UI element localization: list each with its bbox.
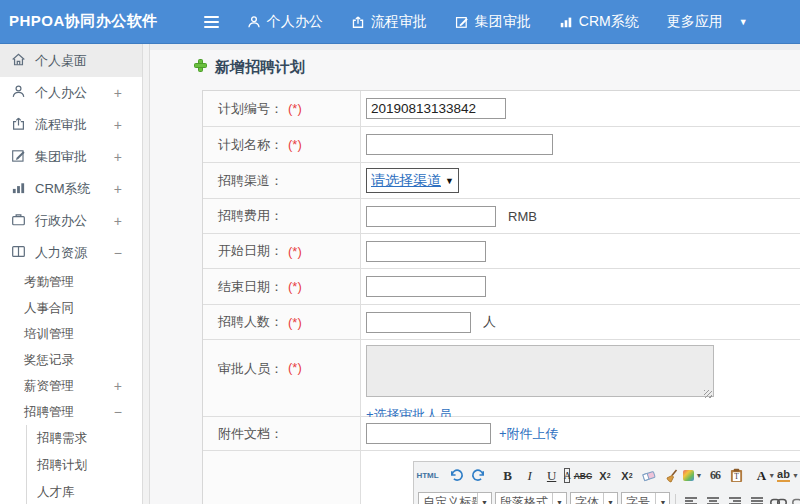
svg-text:T: T (735, 472, 740, 481)
bar-chart-icon (559, 15, 573, 29)
undo-button[interactable] (447, 466, 466, 485)
plus-green-icon (194, 58, 207, 76)
highlight-color-dropdown[interactable]: ab▼ (778, 466, 797, 485)
source-code-button[interactable]: HTML (418, 466, 437, 485)
font-family-dropdown[interactable]: 字体▼ (570, 492, 618, 504)
person-icon (247, 15, 261, 29)
sidebar-item-human-resources[interactable]: 人力资源 − (0, 237, 142, 269)
chevron-down-icon: ▼ (696, 472, 703, 479)
strikethrough-button[interactable]: ABC (573, 466, 592, 485)
recruit-submenu: 招聘需求 招聘计划 人才库 (26, 425, 142, 504)
nav-item-crm-system[interactable]: CRM系统 (559, 13, 639, 31)
collapse-minus-icon[interactable]: − (114, 404, 122, 420)
sidebar-item-crm-system[interactable]: CRM系统 + (0, 173, 142, 205)
channel-select[interactable]: 请选择渠道 ▼ (366, 168, 459, 193)
workflow-icon (11, 116, 26, 134)
font-color-dropdown[interactable]: A▼ (756, 466, 775, 485)
sidebar-item-recruit-mgmt[interactable]: 招聘管理 − (0, 399, 142, 425)
sidebar-item-talent-pool[interactable]: 人才库 (27, 479, 142, 504)
sidebar-item-salary-mgmt[interactable]: 薪资管理 + (0, 373, 142, 399)
expand-plus-icon[interactable]: + (114, 85, 122, 101)
chevron-down-icon: ▼ (739, 17, 748, 27)
sidebar-item-rewards-records[interactable]: 奖惩记录 (0, 347, 142, 373)
approver-textarea-wrap (366, 345, 714, 401)
sidebar-item-hr-contracts[interactable]: 人事合同 (0, 295, 142, 321)
color-brush-dropdown[interactable]: ▼ (683, 466, 702, 485)
start-date-input[interactable] (366, 241, 486, 262)
content-top-band (150, 44, 800, 50)
sidebar-item-recruit-demand[interactable]: 招聘需求 (27, 425, 142, 452)
nav-item-workflow-approval[interactable]: 流程审批 (351, 13, 427, 31)
expand-plus-icon[interactable]: + (114, 181, 122, 197)
chevron-down-icon: ▼ (768, 472, 775, 479)
person-icon (11, 84, 26, 102)
page-title-row: 新增招聘计划 (194, 56, 800, 78)
align-center-button[interactable] (703, 493, 722, 504)
headcount-input[interactable] (366, 312, 471, 333)
field-label: 计划编号： (218, 100, 283, 118)
people-unit: 人 (483, 313, 496, 331)
form-row-fee: 招聘费用： RMB (203, 199, 800, 234)
align-justify-button[interactable] (747, 493, 766, 504)
expand-plus-icon[interactable]: + (114, 213, 122, 229)
sidebar-item-admin-office[interactable]: 行政办公 + (0, 205, 142, 237)
briefcase-icon (11, 212, 26, 230)
attachment-input[interactable] (366, 423, 491, 444)
field-label: 计划名称： (218, 136, 283, 154)
expand-plus-icon[interactable]: + (114, 378, 122, 394)
font-size-dropdown[interactable]: 字号▼ (621, 492, 670, 504)
unlink-button-cutoff[interactable] (791, 493, 800, 504)
expand-plus-icon[interactable]: + (114, 117, 122, 133)
book-icon (11, 244, 26, 262)
nav-item-more-apps[interactable]: 更多应用 ▼ (667, 13, 748, 31)
form-row-plan-number: 计划编号：(*) (203, 91, 800, 127)
underline-button[interactable]: U (542, 466, 561, 485)
remove-format-eraser-button[interactable] (639, 466, 658, 485)
paragraph-format-dropdown[interactable]: 段落格式▼ (495, 492, 567, 504)
align-right-button[interactable] (725, 493, 744, 504)
field-label: 开始日期： (218, 242, 283, 260)
sidebar-item-recruit-plan[interactable]: 招聘计划 (27, 452, 142, 479)
sidebar-item-personal-desktop[interactable]: 个人桌面 (0, 44, 142, 77)
chevron-down-icon: ▼ (603, 493, 617, 504)
end-date-input[interactable] (366, 276, 486, 297)
format-brush-broom-button[interactable] (661, 466, 680, 485)
align-left-button[interactable] (681, 493, 700, 504)
approver-textarea[interactable] (366, 345, 714, 397)
sidebar-item-workflow-approval[interactable]: 流程审批 + (0, 109, 142, 141)
plan-number-input[interactable] (366, 98, 506, 119)
font-style-button[interactable]: A (564, 468, 570, 483)
subscript-button[interactable]: X2 (617, 466, 636, 485)
field-label: 附件文档： (218, 425, 283, 443)
main-content: 新增招聘计划 计划编号：(*) 计划名称：(*) 招聘渠道： 请选择渠道 ▼ (150, 44, 800, 504)
nav-item-group-approval[interactable]: 集团审批 (455, 13, 531, 31)
expand-plus-icon[interactable]: + (114, 149, 122, 165)
insert-link-button[interactable] (769, 493, 788, 504)
editor-toolbar-row2: 自定义标题▼ 段落格式▼ 字体▼ 字号▼ (414, 489, 800, 504)
sidebar-item-group-approval[interactable]: 集团审批 + (0, 141, 142, 173)
page-title: 新增招聘计划 (215, 58, 305, 77)
nav-item-personal-office[interactable]: 个人办公 (247, 13, 323, 31)
recruit-plan-form: 计划编号：(*) 计划名称：(*) 招聘渠道： 请选择渠道 ▼ 招聘费用： RM… (202, 90, 800, 504)
redo-button[interactable] (469, 466, 488, 485)
top-bar: PHPOA协同办公软件 个人办公 流程审批 集团审批 CRM系统 更多应用 (0, 0, 800, 44)
plan-name-input[interactable] (366, 134, 553, 155)
bold-button[interactable]: B (498, 466, 517, 485)
collapse-minus-icon[interactable]: − (114, 245, 122, 261)
attachment-upload-link[interactable]: +附件上传 (499, 425, 559, 443)
sidebar-item-attendance-mgmt[interactable]: 考勤管理 (0, 269, 142, 295)
sidebar-scroll-divider (143, 44, 150, 504)
sidebar-item-training-mgmt[interactable]: 培训管理 (0, 321, 142, 347)
hamburger-menu-icon[interactable] (204, 16, 219, 28)
paste-as-text-button[interactable]: T (727, 466, 746, 485)
chevron-down-icon: ▼ (655, 493, 669, 504)
superscript-button[interactable]: X2 (595, 466, 614, 485)
fee-input[interactable] (366, 206, 496, 227)
blockquote-button[interactable]: 66 (705, 466, 724, 485)
workflow-icon (351, 15, 365, 29)
custom-heading-dropdown[interactable]: 自定义标题▼ (418, 492, 492, 504)
sidebar-item-personal-office[interactable]: 个人办公 + (0, 77, 142, 109)
required-marker: (*) (288, 279, 302, 294)
field-label: 审批人员： (218, 360, 283, 378)
italic-button[interactable]: I (520, 466, 539, 485)
